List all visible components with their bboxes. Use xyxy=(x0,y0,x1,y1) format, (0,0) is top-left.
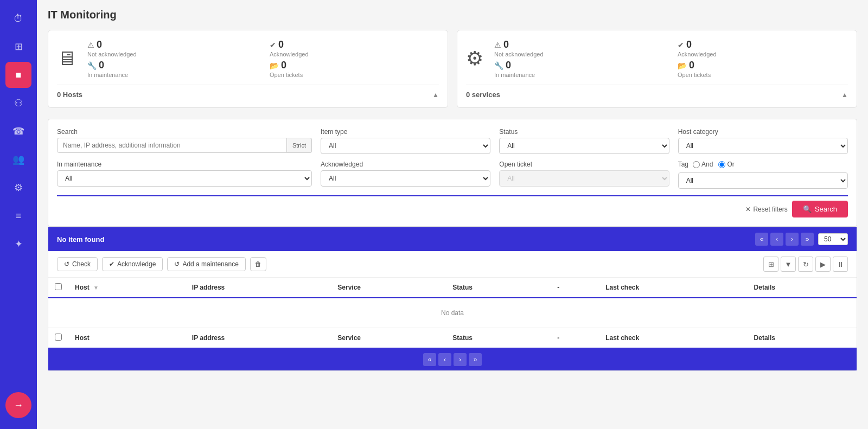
services-not-acknowledged-label: Not acknowledged xyxy=(494,51,665,57)
services-check-icon: ✔ xyxy=(678,41,684,49)
prev-page-button[interactable]: ‹ xyxy=(770,233,783,246)
services-summary-card: ⚙ ⚠ 0 Not acknowledged ✔ 0 xyxy=(457,30,857,108)
services-footer: 0 services ▲ xyxy=(466,85,848,99)
services-not-acknowledged-stat: ⚠ 0 Not acknowledged xyxy=(494,39,665,57)
sidebar-item-monitoring[interactable]: ■ xyxy=(5,62,31,88)
acknowledged-select[interactable]: All xyxy=(321,170,490,187)
summary-row: 🖥 ⚠ 0 Not acknowledged ✔ 0 xyxy=(48,30,857,108)
filter-row-2: In maintenance All Acknowledged All Open… xyxy=(57,161,848,189)
status-filter-group: Status All xyxy=(499,128,669,154)
table-footer-row: Host IP address Service Status - Last ch… xyxy=(48,328,857,349)
first-page-button[interactable]: « xyxy=(755,233,768,246)
services-acknowledged-label: Acknowledged xyxy=(678,51,848,57)
services-wrench-icon: 🔧 xyxy=(494,61,503,70)
header-status[interactable]: Status xyxy=(446,278,551,298)
tag-or-radio[interactable] xyxy=(718,161,725,168)
sidebar-item-config[interactable]: ≡ xyxy=(5,203,31,229)
acknowledge-button[interactable]: ✔ Acknowledge xyxy=(102,257,163,271)
bottom-prev-page-button[interactable]: ‹ xyxy=(438,353,451,366)
refresh-view-button[interactable]: ↻ xyxy=(798,257,813,272)
header-dash: - xyxy=(551,278,599,298)
hosts-chevron-icon[interactable]: ▲ xyxy=(432,91,439,99)
wrench-icon: 🔧 xyxy=(87,61,97,70)
check-icon: ✔ xyxy=(270,41,276,49)
services-chevron-icon[interactable]: ▲ xyxy=(841,91,848,99)
header-details: Details xyxy=(748,278,857,298)
bottom-next-page-button[interactable]: › xyxy=(454,353,467,366)
settings-icon: ⚙ xyxy=(14,182,23,194)
search-input[interactable] xyxy=(57,138,287,153)
next-page-button[interactable]: › xyxy=(786,233,799,246)
search-input-wrapper: Strict xyxy=(57,138,312,153)
services-stats: ⚠ 0 Not acknowledged ✔ 0 Acknowledged xyxy=(494,39,848,78)
open-ticket-label: Open ticket xyxy=(499,161,669,168)
check-action-icon: ↺ xyxy=(64,260,69,268)
add-maintenance-button[interactable]: ↺ Add a maintenance xyxy=(167,257,245,271)
header-host[interactable]: Host ▼ xyxy=(68,278,186,298)
tag-and-label: And xyxy=(701,161,713,168)
tag-select[interactable]: All xyxy=(678,172,848,189)
filter-view-button[interactable]: ▼ xyxy=(781,257,796,272)
grid-icon: ⊞ xyxy=(15,41,23,53)
play-button[interactable]: ▶ xyxy=(815,257,831,272)
service-gear-icon: ⚙ xyxy=(466,47,483,70)
item-type-select[interactable]: All xyxy=(321,138,490,154)
status-label: Status xyxy=(499,128,669,136)
sidebar-item-clock[interactable]: ⏱ xyxy=(5,5,31,31)
search-label: Search xyxy=(57,128,312,136)
search-button[interactable]: 🔍 Search xyxy=(792,201,848,217)
hosts-open-tickets-count: 0 xyxy=(281,60,286,71)
reset-filters-button[interactable]: ✕ Reset filters xyxy=(745,206,787,213)
per-page-select[interactable]: 50 100 200 xyxy=(818,233,848,245)
columns-view-button[interactable]: ⊞ xyxy=(763,257,778,272)
tag-or-option[interactable]: Or xyxy=(718,161,734,168)
host-sort-icon: ▼ xyxy=(93,285,99,291)
in-maintenance-label: In maintenance xyxy=(57,161,312,168)
bottom-last-page-button[interactable]: » xyxy=(469,353,482,366)
action-buttons: ↺ Check ✔ Acknowledge ↺ Add a maintenanc… xyxy=(57,257,266,271)
status-select[interactable]: All xyxy=(499,138,669,154)
footer-host: Host xyxy=(68,328,186,349)
host-category-select[interactable]: All xyxy=(678,138,848,154)
sidebar-item-settings[interactable]: ⚙ xyxy=(5,175,31,201)
pause-button[interactable]: ⏸ xyxy=(833,257,848,272)
sidebar-item-plugins[interactable]: ✦ xyxy=(5,231,31,257)
sidebar-item-groups[interactable]: ⚇ xyxy=(5,90,31,116)
acknowledge-button-label: Acknowledge xyxy=(117,260,156,268)
item-type-label: Item type xyxy=(321,128,490,136)
header-service[interactable]: Service xyxy=(331,278,446,298)
footer-select-all-checkbox[interactable] xyxy=(55,334,62,341)
host-category-label: Host category xyxy=(678,128,848,136)
in-maintenance-filter-group: In maintenance All xyxy=(57,161,312,189)
check-button[interactable]: ↺ Check xyxy=(57,257,98,271)
services-open-tickets-label: Open tickets xyxy=(678,72,848,78)
clock-icon: ⏱ xyxy=(14,13,23,24)
delete-button[interactable]: 🗑 xyxy=(250,257,266,271)
hosts-count-label: 0 Hosts xyxy=(57,91,82,99)
x-icon: ✕ xyxy=(745,206,751,213)
support-icon: ☎ xyxy=(12,125,24,137)
strict-button[interactable]: Strict xyxy=(287,138,312,153)
last-page-button[interactable]: » xyxy=(801,233,814,246)
sidebar-item-support[interactable]: ☎ xyxy=(5,118,31,144)
folder-icon: 📂 xyxy=(270,61,279,70)
sidebar-item-users[interactable]: 👥 xyxy=(5,146,31,172)
services-warning-icon: ⚠ xyxy=(494,41,501,49)
acknowledged-label: Acknowledged xyxy=(321,161,490,168)
footer-dash: - xyxy=(551,328,599,349)
services-open-tickets-count: 0 xyxy=(689,60,694,71)
open-ticket-select[interactable]: All xyxy=(499,170,669,187)
bottom-first-page-button[interactable]: « xyxy=(423,353,436,366)
check-button-label: Check xyxy=(72,260,91,268)
sidebar-item-grid[interactable]: ⊞ xyxy=(5,34,31,60)
select-all-checkbox[interactable] xyxy=(55,283,62,290)
sidebar-collapse-button[interactable]: → xyxy=(5,392,31,418)
tag-and-option[interactable]: And xyxy=(693,161,713,168)
header-ip[interactable]: IP address xyxy=(186,278,331,298)
hosts-in-maintenance-count: 0 xyxy=(99,60,104,71)
tag-and-radio[interactable] xyxy=(693,161,700,168)
in-maintenance-select[interactable]: All xyxy=(57,170,312,187)
host-category-filter-group: Host category All xyxy=(678,128,848,154)
header-last-check[interactable]: Last check xyxy=(599,278,747,298)
footer-ip: IP address xyxy=(186,328,331,349)
